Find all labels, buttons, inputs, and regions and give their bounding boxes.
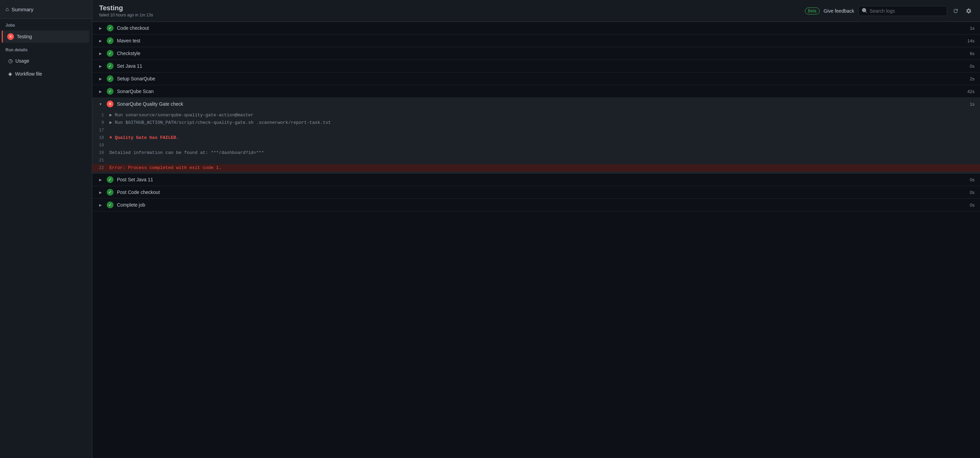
step-success-icon: ✓ (107, 25, 113, 32)
step-label: Set Java 11 (117, 63, 142, 69)
chevron-right-icon (98, 89, 103, 94)
step-left: ✓ Setup SonarQube (98, 75, 155, 82)
step-label: Post Set Java 11 (117, 177, 153, 182)
step-left: ✓ Set Java 11 (98, 63, 142, 70)
workflow-file-label: Workflow file (15, 71, 42, 76)
chevron-down-icon (98, 102, 103, 107)
log-lines-container: 1 ▶ Run sonarsource/sonarqube-quality-ga… (92, 110, 980, 173)
step-success-icon: ✓ (107, 202, 113, 208)
step-success-icon: ✓ (107, 63, 113, 70)
chevron-right-icon (98, 25, 103, 30)
chevron-right-icon (98, 64, 103, 68)
step-left: ✓ Code checkout (98, 25, 149, 32)
log-line: 17 (92, 127, 980, 134)
step-left: ✓ Complete job (98, 202, 145, 208)
step-success-icon: ✓ (107, 176, 113, 183)
give-feedback-button[interactable]: Give feedback (824, 8, 854, 14)
step-time: 6s (964, 51, 975, 56)
chevron-right-icon (98, 38, 103, 43)
step-row-maven-test[interactable]: ✓ Maven test 14s (92, 35, 980, 47)
step-success-icon: ✓ (107, 37, 113, 44)
beta-badge: Beta (805, 8, 819, 14)
step-row-sonarqube-scan[interactable]: ✓ SonarQube Scan 42s (92, 85, 980, 98)
step-label: Maven test (117, 38, 140, 43)
log-line-number: 18 (92, 134, 110, 141)
job-title: Testing (99, 4, 153, 12)
step-success-icon: ✓ (107, 189, 113, 196)
expanded-step-time: 1s (964, 102, 975, 107)
log-line: 1 ▶ Run sonarsource/sonarqube-quality-ga… (92, 111, 980, 119)
step-row-checkstyle[interactable]: ✓ Checkstyle 6s (92, 47, 980, 60)
run-details-section-label: Run details (0, 43, 92, 54)
job-subtitle: failed 10 hours ago in 1m 13s (99, 13, 153, 17)
header-left: Testing failed 10 hours ago in 1m 13s (99, 4, 153, 17)
log-line: 19 (92, 142, 980, 149)
log-line-number: 22 (92, 165, 110, 171)
testing-failure-icon: ✕ (7, 33, 14, 40)
sidebar-summary[interactable]: Summary (0, 0, 92, 19)
log-line-content: ▶ Run $GITHUB_ACTION_PATH/script/check-q… (110, 119, 980, 126)
step-time: 14s (964, 38, 975, 43)
step-row-complete-job[interactable]: ✓ Complete job 0s (92, 199, 980, 212)
log-line-number: 1 (92, 112, 110, 119)
step-success-icon: ✓ (107, 88, 113, 95)
sidebar-item-usage[interactable]: Usage (3, 55, 89, 67)
step-left: ✓ Maven test (98, 37, 140, 44)
settings-button[interactable] (964, 6, 973, 15)
step-row-post-set-java-11[interactable]: ✓ Post Set Java 11 0s (92, 173, 980, 186)
log-line: 22 Error: Process completed with exit co… (92, 164, 980, 172)
step-label: Setup SonarQube (117, 76, 155, 81)
log-line: 9 ▶ Run $GITHUB_ACTION_PATH/script/check… (92, 119, 980, 127)
log-line-number: 9 (92, 119, 110, 126)
step-time: 0s (964, 190, 975, 195)
sidebar-item-testing[interactable]: ✕ Testing (2, 30, 89, 43)
step-left: ✓ Checkstyle (98, 50, 140, 57)
expanded-step-failure-icon: ✕ (107, 100, 113, 107)
expanded-step-sonarqube-quality-gate: ✕ SonarQube Quality Gate check 1s 1 ▶ Ru… (92, 98, 980, 173)
sidebar-testing-label: Testing (17, 34, 32, 39)
summary-label: Summary (12, 6, 33, 12)
log-line-number: 17 (92, 127, 110, 134)
step-label: SonarQube Scan (117, 89, 154, 94)
sidebar: Summary Jobs ✕ Testing Run details Usage… (0, 0, 92, 458)
step-row-setup-sonarqube[interactable]: ✓ Setup SonarQube 2s (92, 73, 980, 85)
step-time: 2s (964, 76, 975, 81)
chevron-right-icon (98, 202, 103, 207)
log-line: 20 Detailed information can be found at:… (92, 149, 980, 157)
step-left: ✓ SonarQube Scan (98, 88, 154, 95)
step-left: ✓ Post Set Java 11 (98, 176, 153, 183)
log-line: 18 ✖ Quality Gate has FAILED. (92, 134, 980, 142)
step-success-icon: ✓ (107, 50, 113, 57)
home-icon (5, 6, 9, 12)
step-label: Post Code checkout (117, 189, 160, 195)
sidebar-item-workflow-file[interactable]: Workflow file (3, 68, 89, 80)
step-label: Code checkout (117, 25, 149, 31)
jobs-section-label: Jobs (0, 19, 92, 30)
log-line-number: 19 (92, 142, 110, 149)
step-label: Complete job (117, 202, 145, 208)
log-area: ✓ Code checkout 1s ✓ Maven test 14s ✓ Ch… (92, 22, 980, 458)
workflow-file-icon (8, 71, 12, 77)
step-time: 0s (964, 177, 975, 182)
expanded-step-left: ✕ SonarQube Quality Gate check (98, 100, 183, 107)
log-line-content: Detailed information can be found at: **… (110, 149, 980, 156)
step-time: 0s (964, 64, 975, 69)
step-success-icon: ✓ (107, 75, 113, 82)
chevron-right-icon (98, 76, 103, 81)
refresh-button[interactable] (951, 6, 960, 15)
step-label: Checkstyle (117, 51, 140, 56)
log-line-number: 20 (92, 149, 110, 156)
expanded-step-label: SonarQube Quality Gate check (117, 101, 183, 107)
log-line: 21 (92, 157, 980, 164)
usage-label: Usage (15, 58, 29, 64)
step-row-post-code-checkout[interactable]: ✓ Post Code checkout 0s (92, 186, 980, 199)
main-content: Testing failed 10 hours ago in 1m 13s Be… (92, 0, 980, 458)
expanded-step-header[interactable]: ✕ SonarQube Quality Gate check 1s (92, 98, 980, 110)
step-left: ✓ Post Code checkout (98, 189, 160, 196)
log-line-number: 21 (92, 157, 110, 164)
header-right: Beta Give feedback (805, 6, 973, 16)
search-logs-input[interactable] (858, 6, 947, 16)
log-line-content: ▶ Run sonarsource/sonarqube-quality-gate… (110, 112, 980, 119)
step-row-set-java-11[interactable]: ✓ Set Java 11 0s (92, 60, 980, 73)
step-row-code-checkout[interactable]: ✓ Code checkout 1s (92, 22, 980, 35)
